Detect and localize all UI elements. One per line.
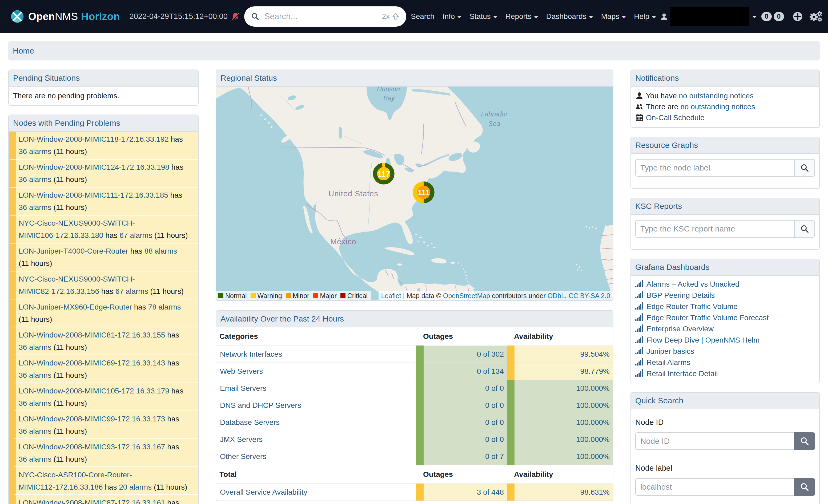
category-link[interactable]: Other Servers [220,452,266,461]
navbar-menu-item[interactable]: Maps [597,12,630,21]
node-link[interactable]: LON-Juniper-MX960-Edge-Router [19,303,132,311]
grafana-dashboard-link[interactable]: Retail Interface Detail [647,369,718,378]
outages-cell: 0 of 0 [420,397,511,414]
navbar-menu-item[interactable]: Reports [501,12,542,21]
resource-graphs-search-button[interactable] [794,159,815,177]
grafana-dashboard-link[interactable]: Enterprise Overview [647,325,714,333]
node-link[interactable]: LON-Window-2008-MIMIC81-172.16.33.155 [19,331,165,339]
regional-status-panel: Regional Status [216,70,613,301]
quick-search-field: Node ID [635,417,815,450]
ksc-reports-search-input[interactable] [635,220,794,238]
search-input[interactable] [264,12,382,21]
node-link[interactable]: LON-Window-2008-MIMIC87-172.16.33.161 [19,499,165,504]
notification-link[interactable]: On-Call Schedule [646,113,704,122]
category-link[interactable]: JMX Servers [220,435,262,444]
user-menu-chevron-down-icon[interactable] [752,16,756,18]
grafana-dashboard-link[interactable]: Flow Deep Dive | OpenNMS Helm [647,336,759,345]
brand-open: Open [28,11,55,22]
grafana-dashboard-item: Edge Router Traffic Volume [635,301,815,312]
node-alarms-link[interactable]: 36 alarms [19,455,51,463]
map-canvas: Hudson Bay Labrador Sea United States Mé… [216,87,613,300]
node-alarms-link[interactable]: 20 alarms [119,483,152,491]
category-link[interactable]: Database Servers [220,418,280,426]
grafana-dashboard-link[interactable]: Retail Alarms [647,358,691,367]
navbar-menu-item[interactable]: Info [439,12,466,21]
node-link[interactable]: LON-Window-2008-MIMIC124-172.16.33.198 [19,163,169,171]
search-icon [800,225,809,233]
availability-row: Other Servers 0 of 7 100.000% [216,448,613,465]
grafana-dashboard-link[interactable]: Edge Router Traffic Volume [647,302,738,311]
node-alarms-link[interactable]: 36 alarms [19,147,51,155]
node-link[interactable]: LON-Window-2008-MIMIC111-172.16.33.185 [19,191,168,199]
notification-prefix: There are [646,102,680,111]
node-alarms-link[interactable]: 36 alarms [19,371,51,379]
quick-add-plus-icon[interactable] [792,11,803,21]
notification-link[interactable]: no outstanding notices [679,92,754,100]
regional-status-map[interactable]: Hudson Bay Labrador Sea United States Mé… [216,87,613,300]
notices-badge[interactable]: 0 [761,12,772,21]
quick-search-button[interactable] [794,478,815,496]
node-link[interactable]: LON-Juniper-T4000-Core-Router [19,247,128,255]
node-alarms-link[interactable]: 36 alarms [19,427,51,435]
category-link[interactable]: Email Servers [220,384,266,393]
odbl-link[interactable]: ODbL [547,292,565,300]
availability-row: JMX Servers 0 of 0 100.000% [216,431,613,448]
quick-search-input[interactable] [635,432,794,450]
node-link[interactable]: LON-Window-2008-MIMIC118-172.16.33.192 [19,135,169,143]
node-alarms-link[interactable]: 36 alarms [19,203,51,212]
node-alarms-link[interactable]: 88 alarms [144,247,177,255]
search-icon [800,164,809,172]
node-alarms-link[interactable]: 78 alarms [148,303,181,311]
map-marker-117[interactable]: 117 [375,163,392,182]
search-input-group [635,432,815,450]
brand-nms: NMS [55,11,78,22]
node-link[interactable]: LON-Window-2008-MIMIC69-172.16.33.143 [19,359,165,367]
category-link[interactable]: Network Interfaces [220,350,282,358]
nodes-panel-title: Nodes with Pending Problems [9,115,198,132]
category-cell: JMX Servers [216,431,420,448]
pending-problem-node-item: NYC-Cisco-NEXUS9000-SWITCH-MIMIC106-172.… [9,216,198,243]
notification-link[interactable]: no outstanding notices [680,102,755,111]
search-shortcut-label: 2x [382,12,390,21]
node-link[interactable]: LON-Window-2008-MIMIC99-172.16.33.173 [19,415,165,423]
global-search-box[interactable]: 2x [244,6,406,27]
category-link[interactable]: Web Servers [220,367,263,375]
grafana-dashboard-link[interactable]: Edge Router Traffic Volume Forecast [647,314,769,322]
navbar-menu-item[interactable]: Search [407,12,439,21]
navbar-menu-item[interactable]: Help [630,12,660,21]
brand[interactable]: OpenNMSHorizon [11,10,120,23]
resource-graphs-search-input[interactable] [635,159,794,177]
node-link[interactable]: LON-Window-2008-MIMIC105-172.16.33.179 [19,387,169,395]
map-marker-111[interactable]: 111 [413,181,434,203]
category-link[interactable]: DNS and DHCP Servers [220,401,301,409]
ksc-reports-search-button[interactable] [794,220,815,238]
outages-badge[interactable]: 0 [774,12,784,21]
notification-line: There are no outstanding notices [635,101,815,112]
navbar-menu-item[interactable]: Dashboards [542,12,597,21]
node-alarms-link[interactable]: 67 alarms [119,231,152,239]
leaflet-link[interactable]: Leaflet [381,292,401,300]
ccbysa-link[interactable]: CC BY-SA 2.0 [569,292,610,300]
node-alarms-link[interactable]: 36 alarms [19,343,51,351]
notifications-muted-bell-icon[interactable] [231,12,240,21]
node-link[interactable]: NYC-Cisco-NEXUS9000-SWITCH-MIMIC106-172.… [19,219,135,239]
grafana-dashboard-link[interactable]: Alarms – Acked vs Unacked [647,280,740,288]
quick-search-input[interactable] [635,478,794,496]
grafana-dashboard-link[interactable]: Juniper basics [647,347,694,356]
notification-prefix: You have [646,92,679,100]
node-alarms-link[interactable]: 36 alarms [19,175,51,184]
node-link[interactable]: LON-Window-2008-MIMIC93-172.16.33.167 [19,443,165,451]
node-duration-text: (11 hours) [154,231,188,239]
grafana-dashboard-link[interactable]: BGP Peering Details [647,291,715,300]
osm-link[interactable]: OpenStreetMap [443,292,490,300]
quick-search-button[interactable] [794,432,815,450]
navbar-menu-item[interactable]: Status [465,12,501,21]
admin-gears-icon[interactable] [810,11,822,22]
node-alarms-link[interactable]: 67 alarms [116,287,148,295]
breadcrumb-home-link[interactable]: Home [13,46,34,55]
user-name-redacted[interactable] [670,7,749,26]
overall-link[interactable]: Overall Service Availability [220,488,307,496]
node-duration-text: (11 hours) [53,399,87,407]
signal-bars-icon [635,313,647,323]
node-alarms-link[interactable]: 36 alarms [19,399,51,407]
